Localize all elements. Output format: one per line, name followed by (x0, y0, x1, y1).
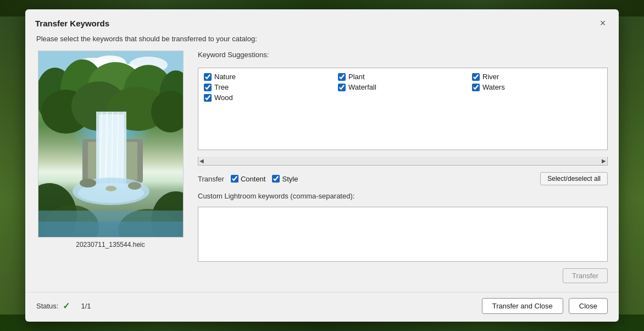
select-deselect-all-button[interactable]: Select/deselect all (540, 172, 608, 185)
keyword-scrollbar[interactable]: ◀ ▶ (198, 157, 608, 166)
keyword-waterfall-label: Waterfall (348, 83, 376, 91)
keyword-list-container[interactable]: Nature Plant River (198, 68, 608, 150)
svg-point-28 (106, 186, 116, 191)
keyword-wood[interactable]: Wood (202, 92, 336, 103)
content-area: 20230711_135544.heic Keyword Suggestions… (36, 51, 608, 283)
svg-point-26 (80, 179, 96, 187)
keyword-tree-label: Tree (214, 83, 229, 91)
close-button[interactable]: Close (569, 298, 608, 314)
status-text: Status: (36, 302, 58, 310)
transfer-style-option[interactable]: Style (272, 175, 298, 183)
transfer-content-checkbox[interactable] (231, 175, 238, 183)
transfer-and-close-button[interactable]: Transfer and Close (482, 298, 563, 314)
photo-filename: 20230711_135544.heic (76, 241, 145, 249)
keyword-nature-checkbox[interactable] (204, 73, 212, 81)
svg-point-27 (128, 182, 141, 190)
keyword-tree[interactable]: Tree (202, 82, 336, 92)
keyword-grid: Nature Plant River (199, 70, 606, 104)
keyword-river-label: River (482, 73, 499, 81)
page-counter: 1/1 (81, 302, 91, 310)
dialog-title: Transfer Keywords (35, 19, 109, 28)
transfer-options: Transfer Content Style (198, 175, 298, 183)
transfer-button[interactable]: Transfer (563, 268, 608, 283)
dialog-header: Transfer Keywords × (25, 9, 619, 35)
keyword-river-checkbox[interactable] (472, 73, 480, 81)
keyword-waterfall[interactable]: Waterfall (336, 82, 470, 92)
keyword-nature[interactable]: Nature (202, 71, 336, 82)
dialog-footer: Status: ✓ 1/1 Transfer and Close Close (25, 292, 619, 322)
scroll-left-arrow[interactable]: ◀ (199, 158, 204, 164)
keyword-nature-label: Nature (214, 73, 236, 81)
dialog-subtitle: Please select the keywords that should b… (36, 35, 608, 43)
left-panel: 20230711_135544.heic (36, 51, 185, 283)
transfer-style-checkbox[interactable] (272, 175, 280, 183)
right-panel: Keyword Suggestions: Nature Plant (198, 51, 608, 283)
keyword-wood-checkbox[interactable] (204, 94, 212, 102)
transfer-content-option[interactable]: Content (231, 175, 266, 183)
photo-svg (38, 51, 184, 238)
photo-preview (38, 51, 183, 237)
status-row: Status: ✓ 1/1 (36, 301, 91, 311)
transfer-label: Transfer (198, 175, 224, 183)
status-check-icon: ✓ (63, 301, 70, 311)
custom-keywords-label: Custom Lightroom keywords (comma-separat… (198, 192, 608, 200)
transfer-content-label: Content (241, 175, 266, 183)
keyword-river[interactable]: River (470, 71, 604, 82)
status-label-group: Status: ✓ (36, 301, 70, 311)
close-icon: × (600, 18, 606, 29)
keyword-plant[interactable]: Plant (336, 71, 470, 82)
photo-container (38, 51, 184, 238)
keyword-plant-label: Plant (348, 73, 365, 81)
keyword-waters-label: Waters (482, 83, 505, 91)
keyword-plant-checkbox[interactable] (338, 73, 346, 81)
keyword-waterfall-checkbox[interactable] (338, 84, 346, 91)
transfer-style-label: Style (282, 175, 298, 183)
keyword-waters[interactable]: Waters (470, 82, 604, 92)
custom-keywords-textarea[interactable] (198, 207, 608, 262)
keyword-wood-label: Wood (214, 93, 233, 102)
dialog-overlay: Transfer Keywords × Please select the ke… (0, 0, 644, 331)
keyword-tree-checkbox[interactable] (204, 84, 212, 91)
scroll-right-arrow[interactable]: ▶ (602, 158, 606, 164)
transfer-options-row: Transfer Content Style Select/deselect a… (198, 172, 608, 185)
svg-rect-34 (38, 222, 184, 238)
transfer-keywords-dialog: Transfer Keywords × Please select the ke… (25, 9, 619, 322)
dialog-close-button[interactable]: × (597, 17, 609, 29)
keyword-waters-checkbox[interactable] (472, 84, 480, 91)
suggestions-label: Keyword Suggestions: (198, 51, 608, 59)
dialog-body: Please select the keywords that should b… (25, 35, 619, 292)
footer-buttons: Transfer and Close Close (482, 298, 608, 314)
